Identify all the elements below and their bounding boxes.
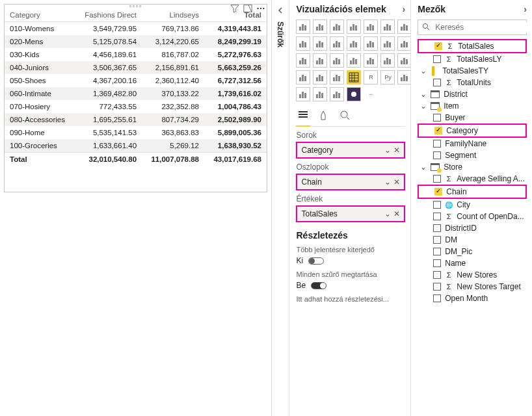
chevron-down-icon[interactable]: ⌄ [420, 101, 427, 110]
clustered-bar-icon[interactable] [313, 20, 327, 34]
table-row[interactable]: 070-Hosiery772,433.55232,352.881,004,786… [5, 100, 267, 113]
cols-well[interactable]: Chain ⌄✕ [296, 174, 405, 190]
checkbox[interactable] [433, 79, 441, 86]
checkbox[interactable] [433, 55, 441, 63]
field-item[interactable]: TotalSales [418, 39, 527, 53]
powerbi-visual-icon[interactable] [347, 87, 361, 101]
checkbox[interactable] [434, 127, 442, 135]
checkbox[interactable] [433, 114, 441, 122]
more-icon[interactable]: ··· [364, 87, 378, 101]
fields-search[interactable] [418, 20, 527, 35]
table-row[interactable]: 020-Mens5,125,078.543,124,220.658,249,29… [5, 35, 267, 48]
field-item[interactable]: DistrictID [418, 222, 527, 234]
checkbox[interactable] [433, 283, 441, 291]
filled-map-icon[interactable] [347, 53, 361, 68]
treemap-icon[interactable] [313, 53, 327, 68]
field-item[interactable]: Average Selling A... [418, 173, 527, 185]
checkbox[interactable] [433, 201, 441, 209]
checkbox[interactable] [433, 294, 441, 302]
clustered-column-icon[interactable] [347, 20, 361, 34]
checkbox[interactable] [433, 259, 441, 267]
slicer-icon[interactable] [313, 70, 327, 84]
values-well[interactable]: TotalSales ⌄✕ [296, 205, 405, 222]
more-options-icon[interactable] [256, 4, 265, 15]
matrix-icon[interactable] [347, 70, 361, 84]
table-row[interactable]: 080-Accessories1,695,255.61807,734.292,5… [5, 113, 267, 126]
field-group[interactable]: ⌄▌TotalSalesTY [418, 65, 527, 77]
chevron-right-icon[interactable]: › [403, 4, 406, 14]
checkbox[interactable] [433, 248, 441, 255]
checkbox[interactable] [434, 188, 442, 196]
chevron-down-icon[interactable]: ⌄ [420, 66, 427, 75]
table-row[interactable]: 060-Intimate1,369,482.80370,133.221,739,… [5, 87, 267, 100]
scatter-icon[interactable] [380, 36, 395, 51]
field-item[interactable]: City [418, 199, 527, 211]
checkbox[interactable] [433, 224, 441, 232]
keep-filters-toggle[interactable] [311, 282, 326, 289]
remove-icon[interactable]: ✕ [393, 146, 400, 155]
focus-mode-icon[interactable] [243, 4, 252, 15]
line-icon[interactable] [364, 20, 378, 34]
col-header[interactable]: Fashions Direct [75, 8, 142, 22]
table-item[interactable]: ⌄Store [418, 161, 527, 173]
matrix-visual[interactable]: Category Fashions Direct Lindseys Total … [4, 4, 267, 192]
table-row[interactable]: 010-Womens3,549,729.95769,713.864,319,44… [5, 22, 267, 36]
field-item[interactable]: Buyer [418, 112, 527, 124]
checkbox[interactable] [433, 271, 441, 279]
field-item[interactable]: Segment [418, 150, 527, 161]
qna-icon[interactable] [313, 87, 327, 101]
filters-pane-collapsed[interactable]: Szűrők [271, 0, 289, 416]
table-item[interactable]: ⌄Item [418, 100, 527, 112]
table-row[interactable]: 100-Groceries1,633,661.405,269.121,638,9… [5, 139, 267, 153]
cross-report-toggle[interactable] [308, 257, 324, 265]
field-item[interactable]: New Stores [418, 269, 527, 281]
drag-handle-icon[interactable] [129, 5, 142, 8]
key-influencers-icon[interactable] [397, 70, 410, 84]
gauge-icon[interactable] [364, 53, 378, 68]
field-item[interactable]: Count of OpenDa... [418, 211, 527, 222]
field-item[interactable]: DM_Pic [418, 246, 527, 257]
field-item[interactable]: New Stores Target [418, 281, 527, 292]
table-item[interactable]: ⌄District [418, 88, 527, 100]
checkbox[interactable] [433, 213, 441, 220]
table-row[interactable]: 090-Home5,535,141.53363,863.835,899,005.… [5, 126, 267, 139]
field-item[interactable]: FamilyNane [418, 138, 527, 150]
fields-tab-icon[interactable] [296, 108, 310, 122]
field-item[interactable]: Chain [418, 185, 527, 199]
col-header[interactable]: Lindseys [142, 8, 204, 22]
donut-icon[interactable] [296, 53, 310, 68]
map-icon[interactable] [330, 53, 344, 68]
field-item[interactable]: DM [418, 234, 527, 246]
kpi-icon[interactable] [296, 70, 310, 84]
remove-icon[interactable]: ✕ [393, 209, 400, 218]
expand-icon[interactable] [276, 6, 284, 16]
chevron-down-icon[interactable]: ⌄ [384, 209, 391, 218]
rows-well[interactable]: Category ⌄✕ [296, 142, 405, 159]
area-icon[interactable] [380, 20, 395, 34]
chevron-down-icon[interactable]: ⌄ [384, 146, 391, 155]
report-canvas[interactable]: Category Fashions Direct Lindseys Total … [0, 0, 271, 416]
line-stack-icon[interactable] [313, 36, 327, 51]
chevron-down-icon[interactable]: ⌄ [420, 90, 427, 99]
search-input[interactable] [434, 22, 532, 32]
table-row[interactable]: 050-Shoes4,367,200.162,360,112.406,727,3… [5, 74, 267, 87]
chevron-right-icon[interactable]: › [524, 4, 527, 14]
analytics-tab-icon[interactable] [338, 108, 352, 122]
decomp-icon[interactable] [296, 87, 310, 101]
checkbox[interactable] [433, 151, 441, 159]
stacked-bar-icon[interactable] [296, 20, 310, 34]
checkbox[interactable] [433, 236, 441, 244]
checkbox[interactable] [433, 140, 441, 148]
waterfall-icon[interactable] [347, 36, 361, 51]
stacked-area-icon[interactable] [397, 20, 410, 34]
table-row[interactable]: 030-Kids4,456,189.61816,787.025,272,976.… [5, 48, 267, 61]
checkbox[interactable] [434, 42, 442, 50]
funnel-icon[interactable] [364, 36, 378, 51]
field-item[interactable]: Open Month [418, 292, 527, 304]
chevron-down-icon[interactable]: ⌄ [384, 177, 391, 187]
table-row[interactable]: 040-Juniors3,506,367.652,156,891.615,663… [5, 61, 267, 74]
pie-icon[interactable] [397, 36, 410, 51]
format-tab-icon[interactable] [317, 108, 331, 122]
ribbon-icon[interactable] [330, 36, 344, 51]
field-item[interactable]: TotalUnits [418, 77, 527, 88]
